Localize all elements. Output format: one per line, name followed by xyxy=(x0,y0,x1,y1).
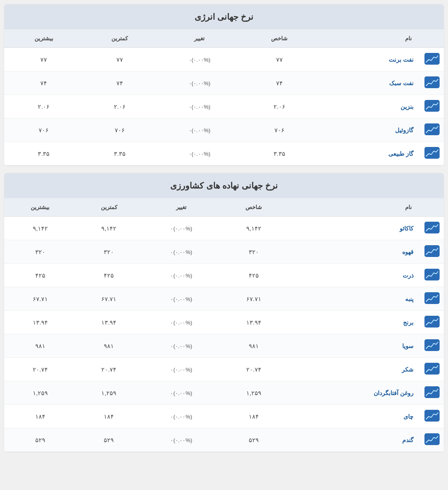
max-cell: ۳۲۰ xyxy=(4,240,76,264)
chart-icon[interactable] xyxy=(424,410,440,422)
change-cell: ۰(۰.۰۰%) xyxy=(142,217,221,240)
chart-cell[interactable] xyxy=(420,311,444,334)
chart-icon[interactable] xyxy=(424,222,440,233)
name-cell[interactable]: قهوه xyxy=(286,240,420,264)
chart-cell[interactable] xyxy=(420,334,444,358)
agri-table: نام شاخص تغییر کمترین بیشترین کاکائو ۹,۱… xyxy=(4,198,444,452)
max-cell: ۱۸۴ xyxy=(4,405,76,428)
min-cell: ۷۷ xyxy=(84,48,155,71)
max-cell: ۵۲۹ xyxy=(4,428,76,452)
chart-icon[interactable] xyxy=(424,316,440,328)
chart-icon[interactable] xyxy=(424,147,440,159)
chart-cell[interactable] xyxy=(420,358,444,381)
chart-icon[interactable] xyxy=(424,386,440,398)
chart-cell[interactable] xyxy=(420,95,444,118)
energy-col-min: کمترین xyxy=(84,29,155,48)
name-cell[interactable]: گندم xyxy=(286,428,420,452)
change-cell: ۰(۰.۰۰%) xyxy=(142,405,221,428)
change-cell: ۰(۰.۰۰%) xyxy=(142,428,221,452)
chart-cell[interactable] xyxy=(420,142,444,165)
index-cell: ۷۷ xyxy=(243,48,315,71)
name-cell[interactable]: شکر xyxy=(286,358,420,381)
index-cell: ۱۸۴ xyxy=(221,405,286,428)
name-cell[interactable]: روغن آفتابگردان xyxy=(286,381,420,405)
chart-icon[interactable] xyxy=(424,269,440,280)
max-cell: ۷۷ xyxy=(4,48,84,71)
chart-icon[interactable] xyxy=(424,245,440,257)
min-cell: ۴۲۵ xyxy=(76,264,141,287)
name-cell[interactable]: گاز طبیعی xyxy=(315,142,420,165)
chart-icon[interactable] xyxy=(424,433,440,445)
name-cell[interactable]: کاکائو xyxy=(286,217,420,240)
min-cell: ۹۸۱ xyxy=(76,334,141,358)
index-cell: ۷۴ xyxy=(243,71,315,95)
chart-cell[interactable] xyxy=(420,118,444,142)
max-cell: ۹,۱۴۲ xyxy=(4,217,76,240)
chart-cell[interactable] xyxy=(420,405,444,428)
table-row: شکر ۲۰.۷۴ ۰(۰.۰۰%) ۲۰.۷۴ ۲۰.۷۴ xyxy=(4,358,444,381)
chart-icon[interactable] xyxy=(424,76,440,88)
table-row: گاز طبیعی ۳.۳۵ ۰(۰.۰۰%) ۳.۳۵ ۳.۳۵ xyxy=(4,142,444,165)
name-cell[interactable]: نفت برنت xyxy=(315,48,420,71)
name-cell[interactable]: ذرت xyxy=(286,264,420,287)
change-cell: ۰(۰.۰۰%) xyxy=(142,311,221,334)
name-cell[interactable]: پنبه xyxy=(286,287,420,311)
max-cell: ۱,۲۵۹ xyxy=(4,381,76,405)
change-cell: ۰(۰.۰۰%) xyxy=(155,48,243,71)
name-cell[interactable]: سویا xyxy=(286,334,420,358)
chart-cell[interactable] xyxy=(420,71,444,95)
min-cell: ۳۲۰ xyxy=(76,240,141,264)
agri-col-chart xyxy=(420,198,444,217)
max-cell: ۲۰.۷۴ xyxy=(4,358,76,381)
energy-table-head: نام شاخص تغییر کمترین بیشترین xyxy=(4,29,444,48)
min-cell: ۷۰۶ xyxy=(84,118,155,142)
max-cell: ۷۴ xyxy=(4,71,84,95)
energy-col-change: تغییر xyxy=(155,29,243,48)
change-cell: ۰(۰.۰۰%) xyxy=(142,381,221,405)
chart-cell[interactable] xyxy=(420,264,444,287)
name-cell[interactable]: بنزین xyxy=(315,95,420,118)
table-row: چای ۱۸۴ ۰(۰.۰۰%) ۱۸۴ ۱۸۴ xyxy=(4,405,444,428)
name-cell[interactable]: گازوئیل xyxy=(315,118,420,142)
change-cell: ۰(۰.۰۰%) xyxy=(155,142,243,165)
min-cell: ۶۷.۷۱ xyxy=(76,287,141,311)
min-cell: ۲۰.۷۴ xyxy=(76,358,141,381)
energy-col-chart xyxy=(420,29,444,48)
chart-cell[interactable] xyxy=(420,240,444,264)
change-cell: ۰(۰.۰۰%) xyxy=(142,240,221,264)
min-cell: ۲.۰۶ xyxy=(84,95,155,118)
chart-icon[interactable] xyxy=(424,53,440,65)
chart-icon[interactable] xyxy=(424,100,440,112)
chart-cell[interactable] xyxy=(420,48,444,71)
index-cell: ۳.۳۵ xyxy=(243,142,315,165)
chart-icon[interactable] xyxy=(424,339,440,351)
index-cell: ۴۲۵ xyxy=(221,264,286,287)
chart-icon[interactable] xyxy=(424,363,440,375)
max-cell: ۳.۳۵ xyxy=(4,142,84,165)
chart-cell[interactable] xyxy=(420,428,444,452)
table-row: پنبه ۶۷.۷۱ ۰(۰.۰۰%) ۶۷.۷۱ ۶۷.۷۱ xyxy=(4,287,444,311)
table-row: گندم ۵۲۹ ۰(۰.۰۰%) ۵۲۹ ۵۲۹ xyxy=(4,428,444,452)
table-row: ذرت ۴۲۵ ۰(۰.۰۰%) ۴۲۵ ۴۲۵ xyxy=(4,264,444,287)
name-cell[interactable]: چای xyxy=(286,405,420,428)
index-cell: ۹۸۱ xyxy=(221,334,286,358)
agri-section-title: نرخ جهانی نهاده های کشاورزی xyxy=(4,173,444,198)
name-cell[interactable]: برنج xyxy=(286,311,420,334)
chart-cell[interactable] xyxy=(420,217,444,240)
table-row: بنزین ۲.۰۶ ۰(۰.۰۰%) ۲.۰۶ ۲.۰۶ xyxy=(4,95,444,118)
agri-col-min: کمترین xyxy=(76,198,141,217)
max-cell: ۶۷.۷۱ xyxy=(4,287,76,311)
table-row: گازوئیل ۷۰۶ ۰(۰.۰۰%) ۷۰۶ ۷۰۶ xyxy=(4,118,444,142)
energy-col-index: شاخص xyxy=(243,29,315,48)
chart-icon[interactable] xyxy=(424,123,440,135)
chart-cell[interactable] xyxy=(420,287,444,311)
energy-col-max: بیشترین xyxy=(4,29,84,48)
max-cell: ۹۸۱ xyxy=(4,334,76,358)
agri-col-change: تغییر xyxy=(142,198,221,217)
agri-col-index: شاخص xyxy=(221,198,286,217)
index-cell: ۱,۲۵۹ xyxy=(221,381,286,405)
energy-col-name: نام xyxy=(315,29,420,48)
name-cell[interactable]: نفت سبک xyxy=(315,71,420,95)
chart-cell[interactable] xyxy=(420,381,444,405)
chart-icon[interactable] xyxy=(424,292,440,304)
